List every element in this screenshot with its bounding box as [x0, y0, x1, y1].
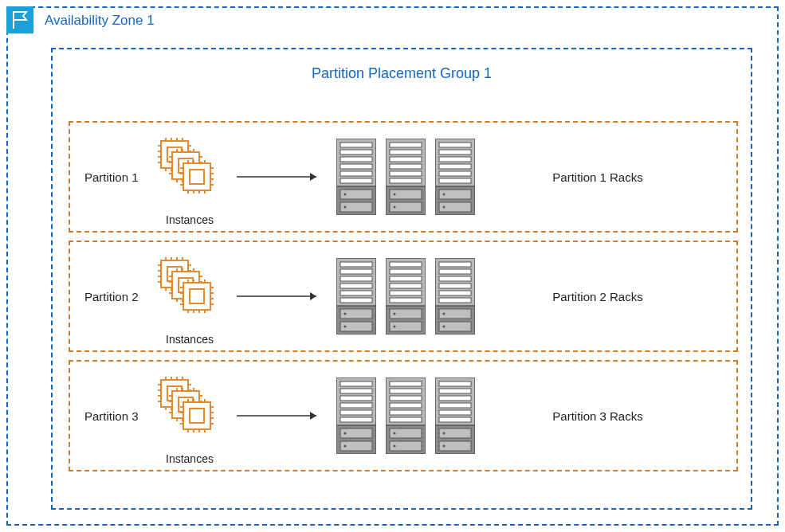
instances-caption: Instances	[166, 333, 214, 346]
partition-racks-label: Partition 2 Racks	[475, 290, 736, 303]
instances-caption: Instances	[166, 452, 214, 465]
partition-row: Partition 2 Instances Partition 2 Racks	[69, 241, 738, 352]
placement-group-container: Partition Placement Group 1 Partition 1 …	[51, 48, 752, 510]
partition-label: Partition 3	[70, 409, 158, 423]
racks-group	[336, 139, 475, 215]
server-rack-icon	[435, 377, 475, 454]
server-rack-icon	[336, 139, 376, 215]
arrow-icon	[225, 291, 336, 301]
partition-row: Partition 1 Instances Partition 1 Racks	[69, 121, 738, 233]
instances-icon	[153, 368, 225, 464]
placement-group-title: Partition Placement Group 1	[53, 65, 751, 82]
racks-group	[336, 258, 475, 334]
server-rack-icon	[386, 377, 426, 454]
instances-icon	[153, 129, 225, 225]
availability-zone-container: Availability Zone 1 Partition Placement …	[6, 6, 779, 526]
partition-racks-label: Partition 3 Racks	[475, 409, 736, 423]
partition-label: Partition 2	[70, 290, 158, 303]
server-rack-icon	[336, 258, 376, 334]
partitions-list: Partition 1 Instances Partition 1 Racks	[69, 121, 738, 479]
availability-zone-icon	[6, 6, 33, 33]
partition-label: Partition 1	[70, 170, 158, 184]
availability-zone-title: Availability Zone 1	[45, 13, 155, 29]
arrow-icon	[225, 172, 336, 182]
partition-row: Partition 3 Instances Partition 3 Racks	[69, 360, 738, 471]
server-rack-icon	[435, 258, 475, 334]
arrow-icon	[225, 411, 336, 421]
server-rack-icon	[386, 139, 426, 215]
partition-racks-label: Partition 1 Racks	[475, 170, 736, 184]
instances-caption: Instances	[166, 213, 214, 226]
server-rack-icon	[336, 377, 376, 454]
instances-icon	[153, 248, 225, 344]
server-rack-icon	[435, 139, 475, 215]
server-rack-icon	[386, 258, 426, 334]
racks-group	[336, 377, 475, 454]
